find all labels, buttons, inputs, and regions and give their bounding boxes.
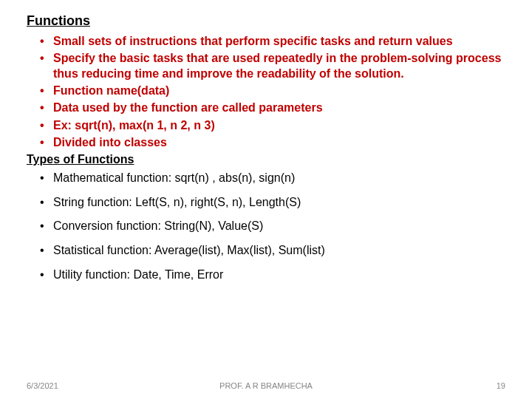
list-item: Mathematical function: sqrt(n) , abs(n),… (27, 171, 505, 186)
list-item: Ex: sqrt(n), max(n 1, n 2, n 3) (27, 117, 505, 133)
list-item: Statistical function: Average(list), Max… (27, 243, 505, 259)
footer-page-number: 19 (497, 381, 505, 390)
list-item: Small sets of instructions that perform … (27, 33, 505, 49)
footer-author: PROF. A R BRAMHECHA (219, 381, 313, 390)
list-item: String function: Left(S, n), right(S, n)… (27, 195, 505, 211)
list-item: Divided into classes (27, 134, 505, 150)
list-item: Utility function: Date, Time, Error (27, 267, 505, 283)
bullet-list-main: Small sets of instructions that perform … (27, 33, 505, 150)
list-item: Function name(data) (27, 83, 505, 98)
footer-date: 6/3/2021 (27, 381, 58, 390)
list-item: Specify the basic tasks that are used re… (27, 50, 505, 81)
slide-title: Functions (27, 13, 505, 29)
list-item: Conversion function: String(N), Value(S) (27, 219, 505, 234)
slide-footer: 6/3/2021 PROF. A R BRAMHECHA 19 (0, 381, 532, 390)
bullet-list-types: Mathematical function: sqrt(n) , abs(n),… (27, 171, 505, 283)
subheading: Types of Functions (27, 153, 505, 166)
list-item: Data used by the function are called par… (27, 100, 505, 115)
